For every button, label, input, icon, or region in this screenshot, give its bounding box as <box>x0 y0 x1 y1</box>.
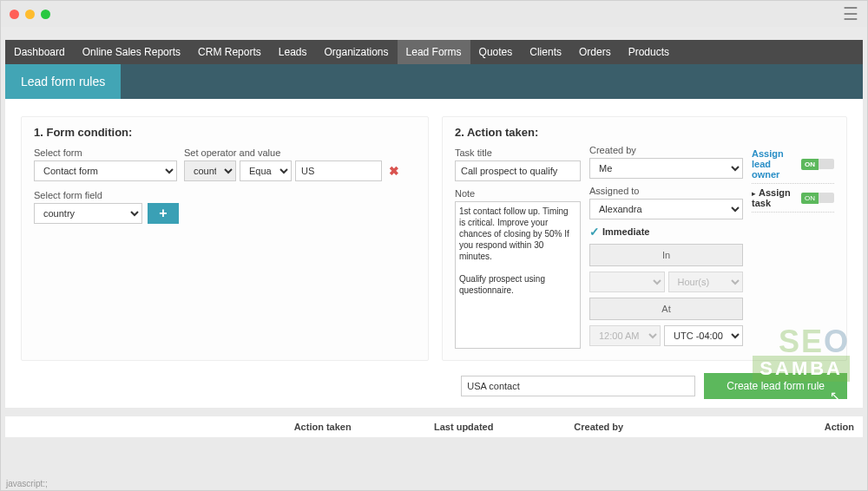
select-form-dropdown[interactable]: Contact form <box>34 160 177 181</box>
th-created-by: Created by <box>574 422 713 432</box>
note-textarea[interactable]: 1st contact follow up. Timing is critica… <box>455 201 581 349</box>
assign-task-toggle[interactable]: ON <box>801 193 834 204</box>
create-lead-form-rule-button[interactable]: Create lead form rule ↖ <box>704 373 847 399</box>
nav-quotes[interactable]: Quotes <box>470 40 522 64</box>
assign-owner-toggle[interactable]: ON <box>801 159 834 170</box>
hamburger-menu-icon[interactable]: ☰ <box>843 3 858 24</box>
section1-title: 1. Form condition: <box>34 126 416 139</box>
created-by-label: Created by <box>589 145 743 155</box>
form-condition-panel: 1. Form condition: Select form Contact f… <box>21 116 429 361</box>
timezone-dropdown[interactable]: UTC -04:00 <box>664 325 743 346</box>
th-action-taken: Action taken <box>294 422 434 432</box>
operator-type-dropdown[interactable]: Equal <box>240 160 292 181</box>
th-blank2 <box>154 422 293 432</box>
note-label: Note <box>455 188 581 199</box>
nav-products[interactable]: Products <box>620 40 678 64</box>
assigned-to-label: Assigned to <box>589 186 743 196</box>
action-taken-panel: 2. Action taken: Task title Note 1st con… <box>442 116 847 361</box>
time-dropdown[interactable]: 12:00 AM <box>589 325 661 346</box>
maximize-window-icon[interactable] <box>41 10 50 19</box>
assign-task-option[interactable]: ▸Assign task ON <box>752 184 834 213</box>
nav-orders[interactable]: Orders <box>570 40 620 64</box>
close-window-icon[interactable] <box>10 10 19 19</box>
remove-condition-icon[interactable]: ✖ <box>385 164 403 178</box>
in-button[interactable]: In <box>589 244 743 266</box>
th-last-updated: Last updated <box>434 422 574 432</box>
window-titlebar: ☰ <box>1 1 867 27</box>
rules-table-header: Action taken Last updated Created by Act… <box>5 416 863 437</box>
main-nav: Dashboard Online Sales Reports CRM Repor… <box>5 40 863 64</box>
duration-unit-dropdown[interactable]: Hour(s) <box>668 272 744 292</box>
duration-value-dropdown[interactable] <box>589 272 665 292</box>
operator-field-dropdown[interactable]: country <box>184 160 236 181</box>
at-button[interactable]: At <box>589 298 743 320</box>
task-title-input[interactable] <box>455 160 581 181</box>
select-form-field-dropdown[interactable]: country <box>34 203 142 224</box>
th-blank1 <box>14 422 154 432</box>
nav-crm-reports[interactable]: CRM Reports <box>189 40 270 64</box>
th-action: Action <box>714 422 854 432</box>
minimize-window-icon[interactable] <box>25 10 35 19</box>
rule-name-input[interactable] <box>461 376 695 396</box>
operator-value-input[interactable] <box>295 160 382 181</box>
status-line: javascript:; <box>6 479 48 488</box>
created-by-dropdown[interactable]: Me <box>589 158 743 179</box>
nav-clients[interactable]: Clients <box>521 40 570 64</box>
assign-lead-owner-option[interactable]: Assign lead owner ON <box>752 145 834 184</box>
add-condition-button[interactable] <box>148 203 179 224</box>
page-title: Lead form rules <box>5 64 121 99</box>
set-operator-label: Set operator and value <box>184 147 403 158</box>
nav-online-sales-reports[interactable]: Online Sales Reports <box>74 40 189 64</box>
cursor-pointer-icon: ↖ <box>830 389 840 403</box>
task-title-label: Task title <box>455 147 581 158</box>
nav-organizations[interactable]: Organizations <box>316 40 398 64</box>
assigned-to-dropdown[interactable]: Alexandra <box>589 199 743 219</box>
check-icon: ✓ <box>589 225 600 239</box>
nav-dashboard[interactable]: Dashboard <box>5 40 74 64</box>
select-form-field-label: Select form field <box>34 190 179 200</box>
nav-leads[interactable]: Leads <box>270 40 316 64</box>
select-form-label: Select form <box>34 147 177 158</box>
nav-lead-forms[interactable]: Lead Forms <box>398 40 470 64</box>
immediate-checkbox[interactable]: ✓ Immediate <box>589 225 743 239</box>
section2-title: 2. Action taken: <box>455 126 581 139</box>
triangle-right-icon: ▸ <box>752 189 756 198</box>
subheader: Lead form rules <box>5 64 863 99</box>
